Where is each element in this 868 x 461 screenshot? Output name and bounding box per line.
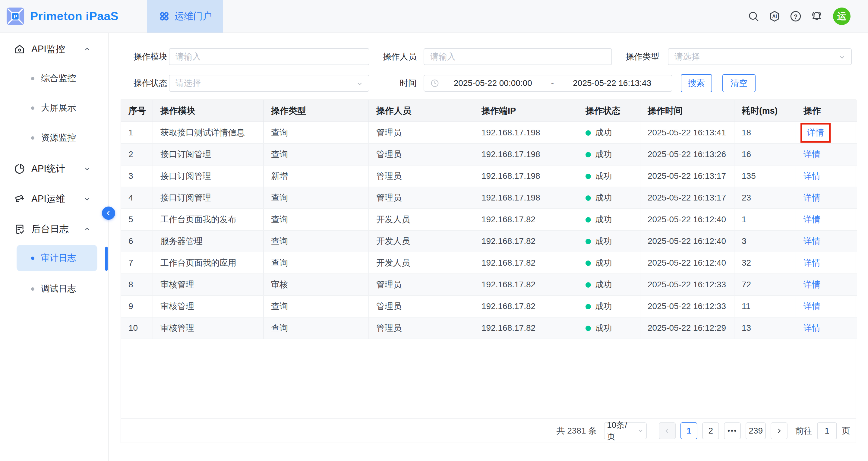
- cell-index: 3: [121, 165, 153, 187]
- cell-action: 详情: [796, 165, 857, 187]
- sidebar-item-resource-monitor[interactable]: 资源监控: [0, 123, 108, 152]
- cell-ip: 192.168.17.198: [474, 165, 578, 187]
- bullet-icon: [31, 77, 34, 80]
- time-filter-label: 时间: [369, 75, 417, 92]
- cell-duration: 13: [734, 317, 796, 339]
- status-text: 成功: [595, 236, 612, 246]
- ai-assistant-icon[interactable]: AI: [768, 10, 781, 23]
- sidebar-collapse-button[interactable]: [102, 207, 115, 220]
- status-filter-select[interactable]: 请选择: [169, 75, 369, 92]
- cell-type: 查询: [264, 230, 369, 252]
- main-content: 操作模块 操作人员 操作类型 请选择 操作状态 请选择 时间: [108, 33, 868, 461]
- sidebar-group-label: API运维: [31, 193, 65, 205]
- goto-page-input[interactable]: [817, 422, 837, 439]
- sidebar-item-audit-log[interactable]: 审计日志: [17, 245, 97, 271]
- sidebar-item-label: 综合监控: [41, 72, 76, 85]
- col-header-status: 操作状态: [578, 100, 640, 122]
- next-page-button[interactable]: [771, 422, 787, 439]
- cell-operator: 管理员: [369, 274, 474, 296]
- sidebar-item-overall-monitor[interactable]: 综合监控: [0, 64, 108, 93]
- cell-operator: 管理员: [369, 165, 474, 187]
- cell-duration: 135: [734, 165, 796, 187]
- cell-type: 新增: [264, 165, 369, 187]
- cell-index: 8: [121, 274, 153, 296]
- app-header: P Primeton iPaaS 运维门户 AI: [0, 0, 868, 33]
- status-text: 成功: [595, 193, 612, 202]
- cell-duration: 3: [734, 230, 796, 252]
- sidebar-group-api-ops[interactable]: API运维: [0, 185, 108, 213]
- detail-link[interactable]: 详情: [804, 323, 820, 333]
- search-button[interactable]: 搜索: [681, 74, 712, 92]
- detail-link[interactable]: 详情: [804, 302, 820, 311]
- cell-ip: 192.168.17.198: [474, 144, 578, 165]
- page-button-1[interactable]: 1: [680, 422, 698, 439]
- sidebar-group-label: 后台日志: [31, 223, 69, 236]
- page-size-select[interactable]: 10条/页: [604, 422, 647, 439]
- cell-status: 成功: [578, 187, 640, 209]
- avatar-label: 运: [837, 10, 846, 23]
- cell-ip: 192.168.17.82: [474, 296, 578, 317]
- action-wrap: 详情: [804, 322, 820, 334]
- status-text: 成功: [595, 150, 612, 159]
- detail-link[interactable]: 详情: [804, 150, 820, 159]
- table-header-row: 序号 操作模块 操作类型 操作人员 操作端IP 操作状态 操作时间 耗时(ms)…: [121, 100, 857, 122]
- time-range-picker[interactable]: 2025-05-22 00:00:00 - 2025-05-22 16:13:4…: [424, 75, 672, 92]
- cell-ip: 192.168.17.198: [474, 187, 578, 209]
- detail-link[interactable]: 详情: [804, 280, 820, 289]
- cell-operator: 开发人员: [369, 252, 474, 274]
- notification-bell-icon[interactable]: [810, 10, 824, 23]
- action-wrap: 详情: [804, 257, 820, 269]
- module-filter-input[interactable]: [176, 52, 363, 62]
- cell-operator: 管理员: [369, 317, 474, 339]
- sidebar-group-api-monitor[interactable]: API监控: [0, 35, 108, 64]
- action-wrap: 详情: [804, 149, 820, 160]
- status-text: 成功: [595, 323, 612, 333]
- cell-module: 审核管理: [153, 296, 264, 317]
- page-button-2[interactable]: 2: [702, 422, 719, 439]
- sidebar-item-debug-log[interactable]: 调试日志: [0, 274, 108, 303]
- detail-link[interactable]: 详情: [804, 171, 820, 181]
- bullet-icon: [31, 136, 34, 140]
- detail-link[interactable]: 详情: [807, 128, 824, 137]
- cell-ip: 192.168.17.82: [474, 274, 578, 296]
- portal-tab[interactable]: 运维门户: [147, 0, 223, 33]
- cell-status: 成功: [578, 230, 640, 252]
- col-header-action: 操作: [796, 100, 857, 122]
- detail-link[interactable]: 详情: [804, 215, 820, 224]
- detail-link[interactable]: 详情: [804, 193, 820, 202]
- table-row: 6 服务器管理 查询 开发人员 192.168.17.82 成功 2025-05…: [121, 230, 857, 252]
- detail-link[interactable]: 详情: [804, 258, 820, 268]
- bullet-icon: [31, 106, 34, 110]
- table-row: 1 获取接口测试详情信息 查询 管理员 192.168.17.198 成功 20…: [121, 122, 857, 144]
- search-icon[interactable]: [747, 10, 760, 23]
- table-row: 10 审核管理 查询 管理员 192.168.17.82 成功 2025-05-…: [121, 317, 857, 339]
- help-icon[interactable]: ?: [789, 10, 802, 23]
- log-document-icon: [14, 223, 25, 235]
- chevron-right-icon: [775, 427, 783, 434]
- time-end-value: 2025-05-22 16:13:43: [559, 79, 666, 88]
- cell-action: 详情: [796, 209, 857, 230]
- prev-page-button[interactable]: [659, 422, 676, 439]
- table-row: 9 审核管理 查询 管理员 192.168.17.82 成功 2025-05-2…: [121, 296, 857, 317]
- page-ellipsis-button[interactable]: •••: [724, 422, 741, 439]
- cell-time: 2025-05-22 16:12:40: [640, 230, 734, 252]
- clear-button[interactable]: 清空: [722, 74, 755, 92]
- detail-link[interactable]: 详情: [804, 236, 820, 246]
- action-wrap: 详情: [804, 214, 820, 225]
- sidebar-item-big-screen[interactable]: 大屏展示: [0, 93, 108, 122]
- page-button-239[interactable]: 239: [746, 422, 766, 439]
- sidebar-group-backend-logs[interactable]: 后台日志: [0, 215, 108, 244]
- cell-operator: 开发人员: [369, 230, 474, 252]
- action-wrap: 详情: [801, 123, 831, 143]
- cell-operator: 开发人员: [369, 209, 474, 230]
- cell-operator: 管理员: [369, 122, 474, 144]
- type-filter-select[interactable]: 请选择: [668, 48, 852, 65]
- cell-action: 详情: [796, 122, 857, 144]
- operator-filter-input[interactable]: [430, 52, 606, 62]
- type-filter-label: 操作类型: [612, 48, 659, 65]
- user-avatar[interactable]: 运: [833, 7, 850, 25]
- status-success-dot: [586, 152, 591, 157]
- cell-action: 详情: [796, 252, 857, 274]
- sidebar-group-api-statistics[interactable]: API统计: [0, 154, 108, 183]
- col-header-time: 操作时间: [640, 100, 734, 122]
